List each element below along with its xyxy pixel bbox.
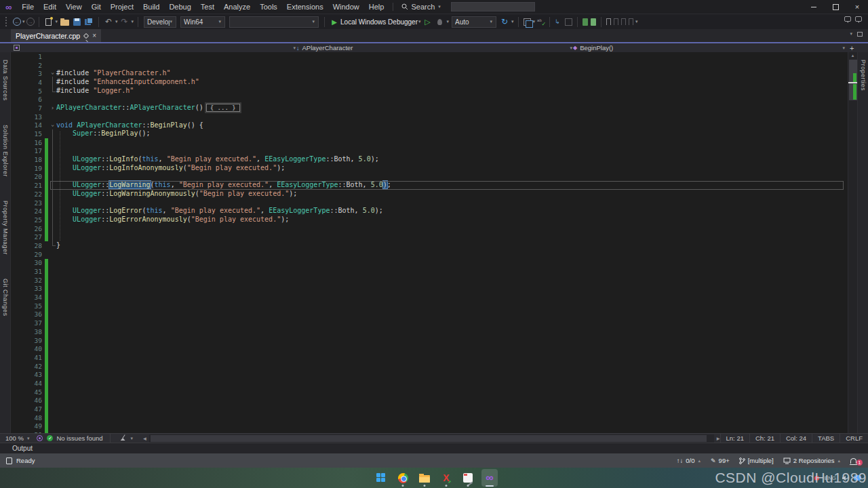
save-all-icon[interactable]	[85, 18, 94, 26]
line-number[interactable]: 7	[27, 104, 45, 112]
spell-checker-icon[interactable]: ab	[537, 18, 545, 26]
chevron-down-icon[interactable]: ▾	[533, 19, 536, 24]
code-line[interactable]: 48	[11, 413, 848, 422]
breakpoint-gutter[interactable]	[11, 129, 27, 138]
menu-git[interactable]: Git	[87, 0, 106, 14]
line-number[interactable]: 37	[27, 319, 45, 327]
breakpoint-gutter[interactable]	[11, 370, 27, 379]
menu-extensions[interactable]: Extensions	[282, 0, 328, 14]
code-line[interactable]: 36	[11, 310, 848, 319]
line-number[interactable]: 14	[27, 121, 45, 129]
undo-button[interactable]: ↶	[103, 16, 114, 27]
breakpoint-gutter[interactable]	[11, 310, 27, 319]
code-line[interactable]: 27	[11, 232, 848, 241]
line-number[interactable]: 35	[27, 302, 45, 310]
breakpoint-gutter[interactable]	[11, 259, 27, 268]
pending-changes-button[interactable]: ✎ 99+	[711, 457, 730, 464]
tab-output[interactable]: Output	[12, 445, 33, 452]
solution-platform-dropdown[interactable]: Win64 ▾	[180, 16, 225, 28]
breakpoint-gutter[interactable]	[11, 155, 27, 164]
start-without-debugging-icon[interactable]: ▷	[422, 16, 433, 27]
line-number[interactable]: 47	[27, 405, 45, 413]
breakpoint-gutter[interactable]	[11, 181, 27, 190]
line-number[interactable]: 33	[27, 285, 45, 292]
code-line[interactable]: 22 ULogger::LogWarningAnonymously("Begin…	[11, 190, 848, 199]
code-line[interactable]: 14›void APlayerCharacter::BeginPlay() {	[11, 121, 848, 130]
line-number[interactable]: 3	[27, 70, 45, 77]
line-number[interactable]: 27	[27, 233, 45, 241]
repositories-button[interactable]: 2 Repositories ▴	[783, 457, 841, 464]
close-tab-icon[interactable]: ×	[92, 32, 96, 39]
line-number[interactable]: 18	[27, 156, 45, 163]
taskbar-x-app[interactable]: X	[438, 469, 454, 487]
line-number[interactable]: 21	[27, 182, 45, 189]
chevron-down-icon[interactable]: ▾	[115, 19, 118, 24]
breakpoint-gutter[interactable]	[11, 190, 27, 199]
menu-test[interactable]: Test	[196, 0, 219, 14]
code-line[interactable]: 28}	[11, 241, 848, 250]
code-line[interactable]: 23	[11, 199, 848, 207]
breakpoint-gutter[interactable]	[11, 267, 27, 276]
code-line[interactable]: 33	[11, 285, 848, 293]
menu-file[interactable]: File	[17, 0, 39, 14]
line-number[interactable]: 41	[27, 354, 45, 361]
tab-properties[interactable]: Properties	[860, 56, 867, 95]
line-number[interactable]: 25	[27, 216, 45, 224]
solution-configuration-dropdown[interactable]: Develop ▾	[144, 16, 176, 28]
breakpoint-gutter[interactable]	[11, 216, 27, 224]
breakpoint-gutter[interactable]	[11, 302, 27, 310]
breakpoint-gutter[interactable]	[11, 422, 27, 431]
navigate-forward-button[interactable]: →	[26, 18, 35, 26]
attach-mode-dropdown[interactable]: Auto ▾	[452, 16, 496, 28]
collapsed-region[interactable]: { ... }	[206, 104, 240, 112]
line-number[interactable]: 34	[27, 293, 45, 301]
code-line[interactable]: 29	[11, 250, 848, 259]
member-dropdown[interactable]: ◆ BeginPlay() ▾	[573, 43, 846, 52]
line-number[interactable]: 36	[27, 310, 45, 318]
breakpoint-gutter[interactable]	[11, 78, 27, 87]
chevron-down-icon[interactable]: ▾	[131, 436, 134, 441]
breakpoint-gutter[interactable]	[11, 61, 27, 70]
uncomment-icon[interactable]	[591, 18, 596, 26]
health-status[interactable]: No issues found	[56, 434, 102, 442]
navigate-back-button[interactable]: ←	[13, 18, 21, 26]
toggle-bookmark-icon[interactable]	[606, 18, 611, 25]
line-number[interactable]: 48	[27, 414, 45, 422]
clear-bookmarks-icon[interactable]	[629, 18, 633, 25]
chevron-down-icon[interactable]: ▾	[447, 19, 450, 24]
line-number[interactable]: 5	[27, 87, 45, 95]
minimize-button[interactable]	[803, 0, 825, 14]
line-number[interactable]: 39	[27, 337, 45, 344]
breakpoint-gutter[interactable]	[11, 396, 27, 405]
breakpoint-gutter[interactable]	[11, 388, 27, 396]
code-line[interactable]: 45	[11, 388, 848, 396]
breakpoint-gutter[interactable]	[11, 224, 27, 233]
code-line[interactable]: 30	[11, 259, 848, 268]
code-line[interactable]: 42	[11, 362, 848, 371]
line-number[interactable]: 2	[27, 62, 45, 69]
code-line[interactable]: 6	[11, 95, 848, 104]
breakpoint-gutter[interactable]	[11, 121, 27, 130]
line-number[interactable]: 45	[27, 388, 45, 396]
code-health-icon[interactable]	[37, 435, 43, 441]
line-number[interactable]: 44	[27, 380, 45, 387]
scrollbar-thumb[interactable]	[151, 435, 707, 442]
current-branch-button[interactable]: [multiple]	[739, 457, 774, 464]
code-line[interactable]: 47	[11, 405, 848, 413]
breakpoint-gutter[interactable]	[11, 113, 27, 121]
breakpoint-gutter[interactable]	[11, 138, 27, 147]
close-button[interactable]: ×	[846, 0, 868, 14]
vertical-scrollbar[interactable]: ▴	[848, 52, 857, 433]
code-line[interactable]: 31	[11, 267, 848, 276]
code-line[interactable]: 46	[11, 396, 848, 405]
chevron-down-icon[interactable]: ▾	[56, 19, 58, 24]
breakpoint-gutter[interactable]	[11, 241, 27, 250]
breakpoint-gutter[interactable]	[11, 285, 27, 293]
chevron-down-icon[interactable]: ▾	[132, 19, 134, 24]
character-indicator[interactable]: Ch: 21	[749, 434, 780, 443]
line-number[interactable]: 28	[27, 242, 45, 249]
code-line[interactable]: 2	[11, 61, 848, 70]
code-line[interactable]: 26	[11, 224, 848, 233]
code-line[interactable]: 24 ULogger::LogError(this, "Begin play e…	[11, 207, 848, 216]
breakpoint-gutter[interactable]	[11, 147, 27, 156]
